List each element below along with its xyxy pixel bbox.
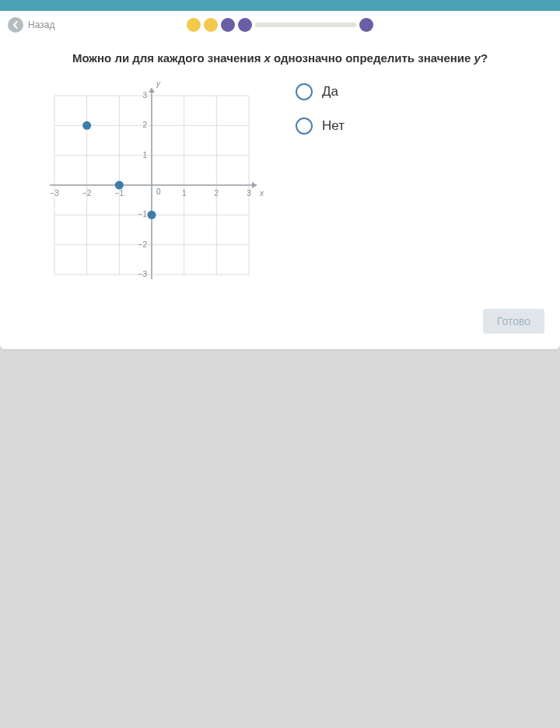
- svg-text:−1: −1: [115, 189, 124, 198]
- submit-button[interactable]: Готово: [483, 309, 544, 334]
- app-topbar: [0, 0, 560, 11]
- option-no[interactable]: Нет: [296, 117, 544, 135]
- progress-bar: [255, 23, 356, 27]
- svg-point-31: [82, 121, 91, 130]
- question-suffix: ?: [481, 51, 488, 65]
- svg-text:0: 0: [156, 187, 161, 196]
- svg-text:−2: −2: [138, 240, 148, 249]
- svg-text:−3: −3: [50, 189, 59, 198]
- footer-row: Готово: [16, 309, 544, 334]
- svg-text:x: x: [259, 189, 264, 198]
- question-yvar: y: [474, 51, 481, 65]
- back-button[interactable]: Назад: [8, 17, 54, 33]
- svg-text:y: y: [156, 80, 161, 88]
- progress-dot: [238, 18, 252, 32]
- answer-options: Да Нет: [296, 80, 544, 152]
- chevron-left-icon: [8, 17, 23, 33]
- svg-point-32: [115, 181, 124, 190]
- scatter-plot: −3−2−10123−3−2−1123xy: [39, 80, 264, 290]
- question-prefix: Можно ли для каждого значения: [72, 51, 264, 65]
- question-text: Можно ли для каждого значения x однознач…: [16, 51, 544, 65]
- svg-text:3: 3: [247, 189, 251, 198]
- back-label: Назад: [28, 19, 54, 30]
- svg-text:2: 2: [142, 121, 147, 129]
- progress-dot: [359, 18, 373, 32]
- svg-text:−2: −2: [82, 189, 92, 198]
- svg-text:1: 1: [142, 151, 147, 159]
- option-yes[interactable]: Да: [296, 83, 544, 100]
- progress-dot: [204, 18, 218, 32]
- progress-indicator: [187, 18, 373, 32]
- svg-text:3: 3: [142, 91, 147, 100]
- chart: −3−2−10123−3−2−1123xy: [39, 80, 264, 293]
- question-middle: однозначно определить значение: [271, 51, 474, 65]
- nav-row: Назад: [0, 11, 560, 37]
- svg-text:−3: −3: [138, 270, 148, 278]
- question-card: Можно ли для каждого значения x однознач…: [0, 37, 560, 349]
- svg-point-33: [148, 211, 156, 219]
- option-yes-label: Да: [322, 84, 338, 100]
- option-no-label: Нет: [322, 118, 345, 134]
- question-xvar: x: [264, 51, 271, 65]
- svg-text:−1: −1: [138, 210, 148, 219]
- svg-text:2: 2: [215, 189, 219, 198]
- svg-text:1: 1: [182, 189, 187, 198]
- progress-dot: [221, 18, 235, 32]
- radio-icon: [296, 117, 313, 135]
- progress-dot: [187, 18, 201, 32]
- radio-icon: [296, 83, 313, 100]
- content-row: −3−2−10123−3−2−1123xy Да Нет: [16, 80, 544, 293]
